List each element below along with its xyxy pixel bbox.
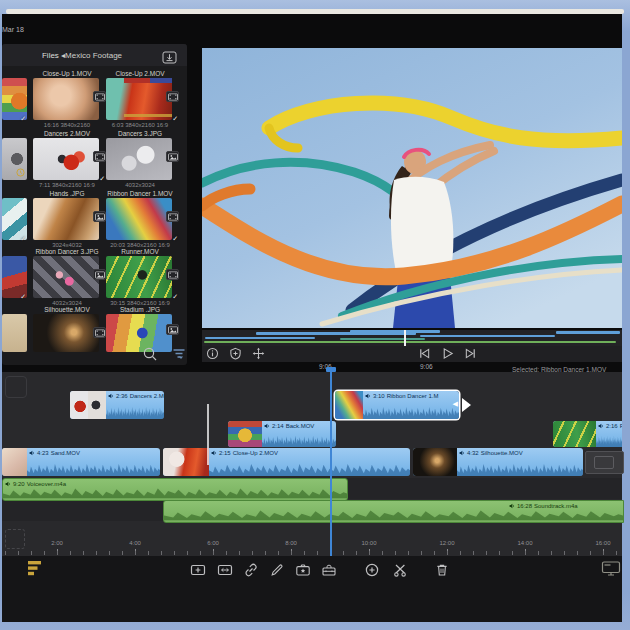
breadcrumb-folder[interactable]: ◂Mexico Footage: [61, 51, 122, 60]
empty-clip-placeholder[interactable]: [585, 451, 624, 474]
timeline-clip-back[interactable]: 2:14Back.MOV: [228, 421, 336, 447]
media-thumbnail-ribbondancer1[interactable]: ✓: [106, 198, 172, 240]
trim-handle-icon[interactable]: ◀: [453, 400, 458, 407]
add-marker-button[interactable]: [364, 562, 380, 578]
timeline-overview-strip[interactable]: [202, 330, 622, 346]
timeline-clip-soundtrack[interactable]: 16:28Soundtrack.m4a: [163, 500, 624, 523]
media-thumbnail-ribbondancer3[interactable]: [33, 256, 99, 298]
timeline-clip-silhouette[interactable]: 4:32Silhouette.MOV: [413, 448, 583, 476]
media-title: Stadium .JPG: [104, 306, 176, 313]
clip-duration: 2:14: [272, 422, 284, 430]
preview-timecode: 9:06: [420, 363, 433, 370]
media-title: Hands .JPG: [31, 190, 103, 197]
link-button[interactable]: [243, 562, 259, 578]
media-title: Close-Up 2.MOV: [104, 70, 176, 77]
timeline-clip-runner[interactable]: 2:16Runner.MOV: [553, 421, 622, 447]
clip-name: Runner.MOV: [620, 422, 622, 430]
timeline-clip-sand[interactable]: 4:23Sand.MOV: [2, 448, 160, 476]
clip-thumbnail: [553, 421, 596, 447]
ruler-label: 2:00: [45, 540, 69, 546]
breadcrumb-files[interactable]: Files: [42, 51, 59, 60]
film-badge-icon: [166, 269, 179, 280]
clip-thumbnail: [228, 421, 262, 447]
video-preview[interactable]: [202, 48, 622, 328]
media-thumbnail-partial-4[interactable]: ✓: [2, 256, 27, 298]
media-thumbnail-hands[interactable]: [33, 198, 99, 240]
media-meta: 4032x3024: [104, 182, 176, 189]
media-thumbnail-dancers3[interactable]: [106, 138, 172, 180]
clip-name: Ribbon Dancer 1.M: [387, 392, 439, 400]
media-thumbnail-closeup1[interactable]: [33, 78, 99, 120]
toolbox-button[interactable]: [321, 562, 337, 578]
clip-name: Silhouette.MOV: [481, 449, 523, 457]
media-thumbnail-dancers2[interactable]: ✓: [33, 138, 99, 180]
delete-button[interactable]: [434, 562, 450, 578]
media-meta: 6:03 3840x2160 16:9: [104, 122, 176, 129]
overwrite-button[interactable]: [217, 562, 233, 578]
media-thumbnail-partial-5[interactable]: [2, 314, 27, 352]
display-button[interactable]: [601, 560, 621, 577]
timeline-clip-closeup2[interactable]: 2:15Close-Up 2.MOV: [163, 448, 410, 476]
media-thumbnail-partial-3[interactable]: ✓: [2, 198, 27, 240]
import-button[interactable]: [162, 51, 177, 64]
ruler-label: 10:00: [357, 540, 381, 546]
thumb-detail: [124, 78, 172, 83]
overview-bar: [205, 337, 315, 339]
clip-name: Sand.MOV: [51, 449, 80, 457]
clock-pending-icon: [16, 168, 25, 177]
insert-button[interactable]: [190, 562, 206, 578]
split-button[interactable]: [392, 562, 408, 578]
clip-duration: 2:15: [219, 449, 231, 457]
media-title: Ribbon Dancer 1.MOV: [104, 190, 176, 197]
clip-name: Back.MOV: [286, 422, 315, 430]
timeline-clip-voiceover[interactable]: 9:20Voiceover.m4a: [2, 478, 348, 501]
ruler-label: 8:00: [279, 540, 303, 546]
placeholder-inner: [594, 456, 614, 469]
add-track-ghost-bottom[interactable]: [5, 529, 25, 549]
media-thumbnail-stadium[interactable]: [106, 314, 172, 352]
overview-bar: [350, 330, 440, 333]
overview-playhead[interactable]: [404, 330, 406, 346]
pencil-button[interactable]: [269, 562, 285, 578]
device-frame: Mar 18 Files ◂Mexico Footage ✓ ✓ ✓ Close…: [0, 0, 630, 630]
clip-name: Close-Up 2.MOV: [233, 449, 278, 457]
bottom-toolbar: [2, 556, 622, 622]
overview-bar: [556, 331, 620, 334]
media-thumbnail-partial-1[interactable]: ✓: [2, 78, 27, 120]
ruler-label: 14:00: [513, 540, 537, 546]
used-check: ✓: [20, 115, 26, 122]
clip-duration: 2:36: [116, 392, 128, 400]
clip-extend-handle[interactable]: [462, 398, 471, 412]
film-badge-icon: [93, 151, 106, 162]
clip-boundary-line: [207, 404, 209, 465]
filter-button[interactable]: [171, 346, 187, 362]
safe-area-button[interactable]: [229, 347, 242, 360]
media-thumbnail-silhouette[interactable]: [33, 314, 99, 352]
media-thumbnail-runner[interactable]: ✓: [106, 256, 172, 298]
info-button[interactable]: [206, 347, 219, 360]
overview-bar: [340, 338, 425, 340]
used-check: ✓: [172, 235, 178, 242]
timeline-clip-dancers2[interactable]: 2:36Dancers 2.MOV: [70, 391, 164, 419]
playhead-marker[interactable]: [326, 367, 336, 372]
media-thumbnail-closeup2[interactable]: ✓: [106, 78, 172, 120]
clip-thumbnail: [163, 448, 209, 476]
playhead[interactable]: [330, 370, 332, 556]
timeline-layers-button[interactable]: [28, 560, 43, 577]
overview-bar: [204, 341, 616, 343]
clip-thumbnail: [2, 448, 27, 476]
clip-duration: 4:32: [467, 449, 479, 457]
timeline-clip-ribbondancer1-selected[interactable]: 3:10Ribbon Dancer 1.M ◀: [335, 391, 459, 419]
film-badge-icon: [93, 91, 106, 102]
clip-duration: 4:23: [37, 449, 49, 457]
skip-forward-button[interactable]: [464, 347, 477, 360]
snapshot-button[interactable]: [295, 562, 311, 578]
search-button[interactable]: [142, 346, 158, 362]
reposition-button[interactable]: [252, 347, 265, 360]
play-button[interactable]: [441, 347, 454, 360]
add-track-ghost[interactable]: [5, 376, 27, 398]
skip-back-button[interactable]: [418, 347, 431, 360]
thumb-detail: [124, 114, 172, 117]
library-breadcrumb[interactable]: Files ◂Mexico Footage: [2, 51, 162, 60]
clip-thumbnail: [70, 391, 106, 419]
